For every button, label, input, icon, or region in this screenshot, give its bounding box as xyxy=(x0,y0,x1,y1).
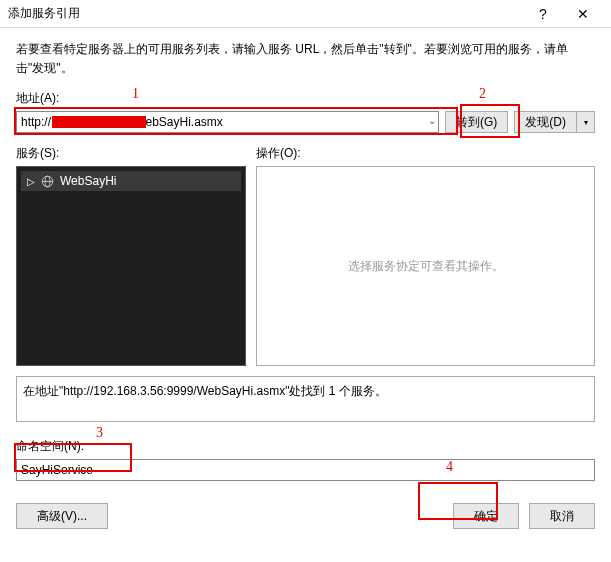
services-tree[interactable]: ▷ WebSayHi xyxy=(16,166,246,366)
discover-button[interactable]: 发现(D) xyxy=(514,111,577,133)
close-button[interactable]: ✕ xyxy=(563,0,603,28)
help-button[interactable]: ? xyxy=(523,0,563,28)
status-box: 在地址"http://192.168.3.56:9999/WebSayHi.as… xyxy=(16,376,595,422)
address-combo[interactable]: ⌄ xyxy=(16,111,439,133)
address-input[interactable] xyxy=(16,111,439,133)
namespace-label: 命名空间(N): xyxy=(16,438,595,455)
status-text: 在地址"http://192.168.3.56:9999/WebSayHi.as… xyxy=(23,384,387,398)
operations-label: 操作(O): xyxy=(256,145,595,162)
go-button[interactable]: 转到(G) xyxy=(445,111,508,133)
service-name: WebSayHi xyxy=(60,174,116,188)
titlebar: 添加服务引用 ? ✕ xyxy=(0,0,611,28)
expand-arrow-icon: ▷ xyxy=(27,176,35,187)
operations-list[interactable]: 选择服务协定可查看其操作。 xyxy=(256,166,595,366)
discover-dropdown[interactable]: ▾ xyxy=(577,111,595,133)
address-label: 地址(A): xyxy=(16,90,595,107)
namespace-input[interactable] xyxy=(16,459,595,481)
services-label: 服务(S): xyxy=(16,145,246,162)
operations-placeholder: 选择服务协定可查看其操作。 xyxy=(348,258,504,275)
service-item[interactable]: ▷ WebSayHi xyxy=(21,171,241,191)
window-title: 添加服务引用 xyxy=(8,5,523,22)
cancel-button[interactable]: 取消 xyxy=(529,503,595,529)
ok-button[interactable]: 确定 xyxy=(453,503,519,529)
advanced-button[interactable]: 高级(V)... xyxy=(16,503,108,529)
intro-text: 若要查看特定服务器上的可用服务列表，请输入服务 URL，然后单击"转到"。若要浏… xyxy=(16,40,595,78)
globe-icon xyxy=(41,175,54,188)
